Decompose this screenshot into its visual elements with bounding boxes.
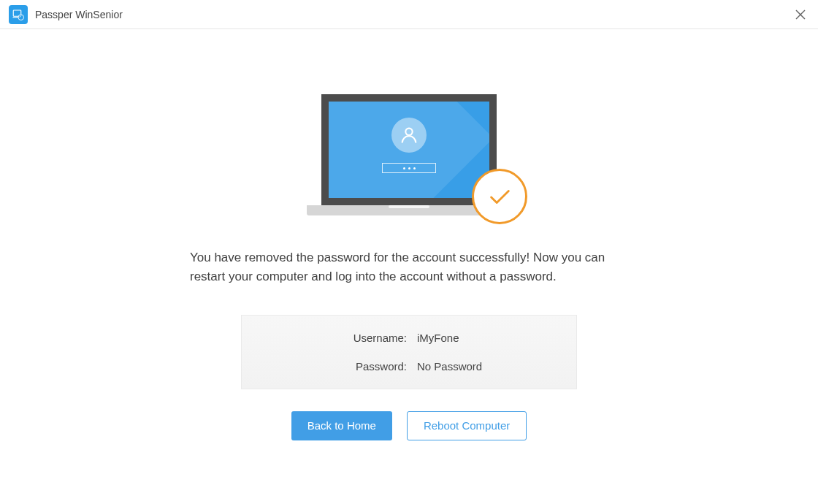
password-row: Password: No Password <box>242 360 576 373</box>
close-button[interactable] <box>792 6 809 23</box>
user-avatar-icon <box>391 118 427 153</box>
button-row: Back to Home Reboot Computer <box>291 411 527 440</box>
laptop-icon <box>321 94 497 205</box>
username-row: Username: iMyFone <box>242 332 576 344</box>
app-title: Passper WinSenior <box>35 9 123 20</box>
success-check-icon <box>472 169 527 224</box>
close-icon <box>795 9 806 20</box>
account-info-panel: Username: iMyFone Password: No Password <box>241 315 577 389</box>
password-field-icon <box>382 163 436 173</box>
username-value: iMyFone <box>417 332 459 344</box>
password-label: Password: <box>242 360 417 373</box>
success-message: You have removed the password for the ac… <box>190 248 628 287</box>
titlebar: Passper WinSenior <box>0 0 818 29</box>
app-icon <box>9 5 28 24</box>
username-label: Username: <box>242 332 417 344</box>
back-to-home-button[interactable]: Back to Home <box>291 411 392 440</box>
success-illustration <box>307 91 511 215</box>
svg-point-6 <box>405 129 412 135</box>
reboot-computer-button[interactable]: Reboot Computer <box>407 411 527 440</box>
main-content: You have removed the password for the ac… <box>0 29 818 440</box>
password-value: No Password <box>417 360 482 373</box>
